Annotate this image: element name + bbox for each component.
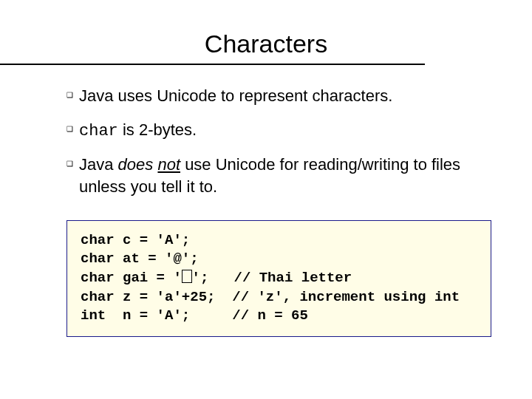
tofu-glyph-icon	[182, 270, 192, 283]
bullet-text: char is 2-bytes.	[79, 119, 491, 143]
page-title: Characters	[41, 30, 491, 58]
bullet-text: Java does not use Unicode for reading/wr…	[79, 154, 491, 197]
code-line-part: char gai = '	[81, 270, 182, 286]
bullet-unicode: ❑ Java uses Unicode to represent charact…	[66, 85, 491, 107]
text-italic: does	[118, 155, 158, 174]
bullet-square-icon: ❑	[66, 160, 73, 168]
content-area: ❑ Java uses Unicode to represent charact…	[41, 85, 491, 337]
code-word: char	[79, 122, 118, 140]
code-line-part: '; // Thai letter	[192, 270, 352, 286]
code-line: char c = 'A';	[81, 232, 190, 248]
code-line: char z = 'a'+25; // 'z', increment using…	[81, 289, 460, 305]
bullet-file-io: ❑ Java does not use Unicode for reading/…	[66, 154, 491, 197]
slide: Characters ❑ Java uses Unicode to repres…	[0, 0, 532, 399]
bullet-char-size: ❑ char is 2-bytes.	[66, 119, 491, 143]
text: Java	[79, 155, 118, 174]
code-line: int n = 'A'; // n = 65	[81, 307, 308, 324]
text-italic-underline: not	[157, 155, 180, 174]
code-block: char c = 'A'; char at = '@'; char gai = …	[66, 220, 491, 337]
bullet-square-icon: ❑	[66, 92, 73, 99]
code-line: char at = '@';	[81, 250, 199, 267]
bullet-text: Java uses Unicode to represent character…	[79, 85, 491, 107]
title-rule	[0, 64, 425, 65]
text: is 2-bytes.	[118, 120, 197, 139]
bullet-square-icon: ❑	[66, 126, 73, 133]
